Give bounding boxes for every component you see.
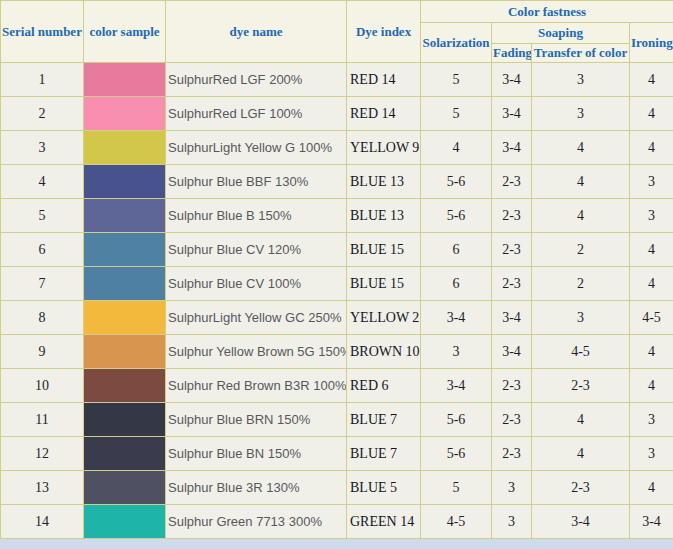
serial-number-cell: 3 xyxy=(1,131,84,165)
color-sample-swatch xyxy=(84,335,166,369)
solarization-cell: 5 xyxy=(421,63,492,97)
dye-name-cell: Sulphur Blue CV 120% xyxy=(166,233,347,267)
dye-fastness-table: Serial number color sample dye name Dye … xyxy=(0,0,673,539)
fading-cell: 2-3 xyxy=(492,437,532,471)
color-sample-swatch xyxy=(84,97,166,131)
dye-index-cell: RED 6 xyxy=(347,369,421,403)
transfer-of-color-cell: 4 xyxy=(532,403,630,437)
color-sample-swatch xyxy=(84,233,166,267)
fading-cell: 3-4 xyxy=(492,301,532,335)
fading-cell: 3-4 xyxy=(492,63,532,97)
ironing-cell: 3 xyxy=(630,403,673,437)
color-sample-swatch xyxy=(84,165,166,199)
table-row: 6Sulphur Blue CV 120%BLUE 1562-324 xyxy=(1,233,673,267)
serial-number-cell: 14 xyxy=(1,505,84,539)
col-header-color-sample: color sample xyxy=(84,1,166,63)
table-row: 14Sulphur Green 7713 300%GREEN 144-533-4… xyxy=(1,505,673,539)
dye-name-cell: SulphurLight Yellow G 100% xyxy=(166,131,347,165)
solarization-cell: 5-6 xyxy=(421,437,492,471)
transfer-of-color-cell: 4 xyxy=(532,437,630,471)
dye-name-cell: Sulphur Blue 3R 130% xyxy=(166,471,347,505)
serial-number-cell: 12 xyxy=(1,437,84,471)
col-header-dye-name: dye name xyxy=(166,1,347,63)
color-sample-swatch xyxy=(84,63,166,97)
serial-number-cell: 11 xyxy=(1,403,84,437)
fading-cell: 2-3 xyxy=(492,267,532,301)
solarization-cell: 5-6 xyxy=(421,199,492,233)
fading-cell: 3-4 xyxy=(492,335,532,369)
serial-number-cell: 7 xyxy=(1,267,84,301)
dye-index-cell: BLUE 7 xyxy=(347,437,421,471)
transfer-of-color-cell: 2 xyxy=(532,233,630,267)
col-header-solarization: Solarization xyxy=(421,23,492,63)
dye-name-cell: Sulphur Blue BBF 130% xyxy=(166,165,347,199)
color-sample-swatch xyxy=(84,131,166,165)
table-row: 4Sulphur Blue BBF 130%BLUE 135-62-343 xyxy=(1,165,673,199)
transfer-of-color-cell: 2-3 xyxy=(532,471,630,505)
color-sample-swatch xyxy=(84,437,166,471)
ironing-cell: 3 xyxy=(630,199,673,233)
fading-cell: 2-3 xyxy=(492,199,532,233)
col-header-soaping: Soaping xyxy=(492,23,630,44)
ironing-cell: 3 xyxy=(630,437,673,471)
solarization-cell: 5-6 xyxy=(421,165,492,199)
solarization-cell: 6 xyxy=(421,233,492,267)
color-sample-swatch xyxy=(84,369,166,403)
ironing-cell: 4-5 xyxy=(630,301,673,335)
dye-index-cell: GREEN 14 xyxy=(347,505,421,539)
fading-cell: 3 xyxy=(492,505,532,539)
fading-cell: 2-3 xyxy=(492,233,532,267)
solarization-cell: 3-4 xyxy=(421,301,492,335)
table-row: 12Sulphur Blue BN 150%BLUE 75-62-343 xyxy=(1,437,673,471)
dye-name-cell: Sulphur Red Brown B3R 100% xyxy=(166,369,347,403)
ironing-cell: 4 xyxy=(630,335,673,369)
table-row: 5Sulphur Blue B 150%BLUE 135-62-343 xyxy=(1,199,673,233)
solarization-cell: 4-5 xyxy=(421,505,492,539)
dye-index-cell: RED 14 xyxy=(347,63,421,97)
ironing-cell: 4 xyxy=(630,131,673,165)
serial-number-cell: 10 xyxy=(1,369,84,403)
dye-name-cell: SulphurLight Yellow GC 250% xyxy=(166,301,347,335)
table-row: 10Sulphur Red Brown B3R 100%RED 63-42-32… xyxy=(1,369,673,403)
table-row: 2SulphurRed LGF 100%RED 1453-434 xyxy=(1,97,673,131)
fading-cell: 2-3 xyxy=(492,369,532,403)
dye-name-cell: Sulphur Blue B 150% xyxy=(166,199,347,233)
col-header-fading: Fading xyxy=(492,44,532,63)
solarization-cell: 3 xyxy=(421,335,492,369)
serial-number-cell: 1 xyxy=(1,63,84,97)
transfer-of-color-cell: 2-3 xyxy=(532,369,630,403)
dye-index-cell: RED 14 xyxy=(347,97,421,131)
dye-name-cell: SulphurRed LGF 100% xyxy=(166,97,347,131)
ironing-cell: 4 xyxy=(630,267,673,301)
ironing-cell: 3-4 xyxy=(630,505,673,539)
dye-name-cell: Sulphur Blue CV 100% xyxy=(166,267,347,301)
color-sample-swatch xyxy=(84,199,166,233)
table-row: 1SulphurRed LGF 200%RED 1453-434 xyxy=(1,63,673,97)
dye-index-cell: BROWN 10 xyxy=(347,335,421,369)
dye-index-cell: YELLOW 2 xyxy=(347,301,421,335)
serial-number-cell: 2 xyxy=(1,97,84,131)
dye-index-cell: BLUE 7 xyxy=(347,403,421,437)
color-sample-swatch xyxy=(84,301,166,335)
table-header: Serial number color sample dye name Dye … xyxy=(1,1,673,63)
dye-index-cell: YELLOW 9 xyxy=(347,131,421,165)
serial-number-cell: 6 xyxy=(1,233,84,267)
transfer-of-color-cell: 4 xyxy=(532,165,630,199)
table-row: 7Sulphur Blue CV 100%BLUE 1562-324 xyxy=(1,267,673,301)
fading-cell: 2-3 xyxy=(492,403,532,437)
ironing-cell: 3 xyxy=(630,165,673,199)
dye-name-cell: Sulphur Blue BN 150% xyxy=(166,437,347,471)
dye-index-cell: BLUE 5 xyxy=(347,471,421,505)
transfer-of-color-cell: 3-4 xyxy=(532,505,630,539)
transfer-of-color-cell: 4 xyxy=(532,199,630,233)
transfer-of-color-cell: 4 xyxy=(532,131,630,165)
solarization-cell: 6 xyxy=(421,267,492,301)
table-row: 11Sulphur Blue BRN 150%BLUE 75-62-343 xyxy=(1,403,673,437)
color-sample-swatch xyxy=(84,505,166,539)
ironing-cell: 4 xyxy=(630,63,673,97)
serial-number-cell: 5 xyxy=(1,199,84,233)
dye-name-cell: Sulphur Yellow Brown 5G 150% xyxy=(166,335,347,369)
dye-index-cell: BLUE 13 xyxy=(347,165,421,199)
table-body: 1SulphurRed LGF 200%RED 1453-4342Sulphur… xyxy=(1,63,673,539)
serial-number-cell: 4 xyxy=(1,165,84,199)
